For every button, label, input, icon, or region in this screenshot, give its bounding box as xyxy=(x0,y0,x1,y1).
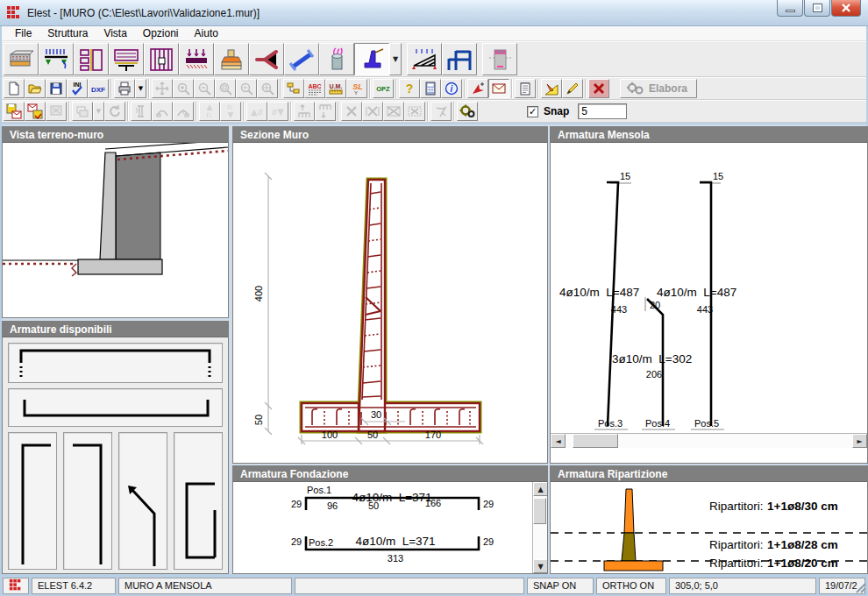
units-button[interactable]: U.M. xyxy=(325,79,346,98)
horizontal-scrollbar[interactable]: ◄ ► xyxy=(551,433,867,448)
scroll-left-button[interactable]: ◄ xyxy=(551,434,566,448)
beam-loads-button[interactable] xyxy=(39,43,74,75)
column-3d-button[interactable] xyxy=(319,43,354,75)
wall-panels-button[interactable] xyxy=(74,43,109,75)
delete-zone-button[interactable] xyxy=(404,102,425,121)
plinth-button[interactable] xyxy=(4,43,39,75)
scroll-right-button[interactable]: ► xyxy=(852,434,867,448)
minimize-button[interactable] xyxy=(777,0,803,17)
stamp-button[interactable] xyxy=(46,102,67,121)
tree-button[interactable] xyxy=(283,79,304,98)
menu-opzioni[interactable]: Opzioni xyxy=(135,26,187,40)
truss-button[interactable] xyxy=(407,43,442,75)
spacing-down-button[interactable] xyxy=(315,102,336,121)
slab-panel-button[interactable] xyxy=(109,43,144,75)
delete-row-button[interactable] xyxy=(362,102,383,121)
copy-print-button[interactable] xyxy=(72,102,93,121)
inclined-beam-button[interactable] xyxy=(284,43,319,75)
rebar-shape-c[interactable] xyxy=(174,432,223,570)
delete-grid-button[interactable] xyxy=(383,102,404,121)
refresh-button[interactable] xyxy=(104,102,125,121)
ini-button[interactable]: INI xyxy=(67,79,88,98)
bar-count-up-button[interactable]: ▲n. xyxy=(199,102,220,121)
menu-file[interactable]: File xyxy=(7,26,39,40)
rebar-shape-u-bottom[interactable] xyxy=(8,388,223,427)
rebar-shape-bent[interactable] xyxy=(118,432,167,570)
zoom-in-button[interactable] xyxy=(173,79,194,98)
pencil-button[interactable] xyxy=(562,79,583,98)
diameter-up-button[interactable]: ▲ø xyxy=(246,102,267,121)
retaining-wall-dropdown[interactable]: ▼ xyxy=(389,43,402,75)
copy-print-dropdown[interactable]: ▼ xyxy=(93,102,104,121)
red-pointer-icon xyxy=(471,82,485,96)
rebar-shape-l-right[interactable] xyxy=(8,432,57,570)
scroll-down-button[interactable]: ▼ xyxy=(533,559,547,573)
notepad-button[interactable] xyxy=(515,79,536,98)
foundation-rebar-view[interactable]: Pos.1 29 29 96 50 166 Pos.2 29 29 313 4ø… xyxy=(233,482,547,573)
gears-button[interactable] xyxy=(457,102,478,121)
scrollbar-thumb[interactable] xyxy=(533,498,546,524)
scrollbar-thumb[interactable] xyxy=(573,434,618,448)
retaining-wall-button[interactable] xyxy=(354,43,389,75)
distribution-rebar-view[interactable]: Ripartitori: 1+1ø8/30 cm Ripartitori: 1+… xyxy=(551,482,867,573)
scrollbar-track[interactable] xyxy=(533,496,547,559)
node-fork-button[interactable] xyxy=(249,43,284,75)
menu-struttura[interactable]: Struttura xyxy=(39,26,96,40)
status-snap[interactable]: SNAP ON xyxy=(527,578,594,594)
column-section-button[interactable] xyxy=(482,43,517,75)
rebar-shape-top-hooks[interactable] xyxy=(8,343,223,383)
restore-button[interactable] xyxy=(804,0,830,17)
sl-button[interactable]: SLY xyxy=(346,79,367,98)
elabora-button[interactable]: Elabora xyxy=(620,79,697,98)
arch-left-button[interactable] xyxy=(152,102,173,121)
rebar-shape-l-left[interactable] xyxy=(63,432,112,570)
bar-count-down-button[interactable]: n.▼ xyxy=(220,102,241,121)
send-save-button[interactable] xyxy=(25,102,46,121)
scrollbar-track[interactable] xyxy=(566,434,852,448)
envelope-button[interactable] xyxy=(488,79,509,98)
dxf-button[interactable]: DXF xyxy=(88,79,109,98)
pile-panels-button[interactable] xyxy=(144,43,179,75)
scroll-up-button[interactable]: ▲ xyxy=(533,482,547,496)
print-dropdown[interactable]: ▼ xyxy=(135,79,146,98)
close-button[interactable] xyxy=(831,0,861,17)
vertical-scrollbar[interactable]: ▲ ▼ xyxy=(532,482,547,573)
pan-button[interactable] xyxy=(152,79,173,98)
menu-vista[interactable]: Vista xyxy=(96,26,134,40)
resize-grip[interactable] xyxy=(855,582,867,594)
info-button[interactable]: i xyxy=(441,79,462,98)
calculator-button[interactable] xyxy=(420,79,441,98)
stem-rebar-view[interactable]: 15 20 15 443 206 443 Pos.3 Pos.4 Pos.5 2… xyxy=(551,143,867,448)
footing-button[interactable] xyxy=(214,43,249,75)
pillar-button[interactable] xyxy=(131,102,152,121)
help-button[interactable]: ? xyxy=(399,79,420,98)
opz-button[interactable]: OPZ xyxy=(373,79,394,98)
frame-button[interactable] xyxy=(442,43,477,75)
menu-aiuto[interactable]: Aiuto xyxy=(187,26,226,40)
zoom-previous-button[interactable] xyxy=(236,79,257,98)
snap-checkbox[interactable]: ✓ xyxy=(527,106,538,117)
delete-button[interactable] xyxy=(588,79,609,98)
terrain-wall-view[interactable] xyxy=(3,143,228,317)
save-send-button[interactable] xyxy=(4,102,25,121)
spacing-up-button[interactable] xyxy=(294,102,315,121)
open-button[interactable] xyxy=(25,79,46,98)
zoom-extents-button[interactable] xyxy=(257,79,278,98)
distributed-load-button[interactable] xyxy=(179,43,214,75)
panel-armature-disponibili: Armature disponibili xyxy=(2,321,229,574)
zoom-window-button[interactable] xyxy=(215,79,236,98)
swirl-button[interactable] xyxy=(430,102,452,121)
pencil-triangle-button[interactable] xyxy=(541,79,562,98)
status-ortho[interactable]: ORTHO ON xyxy=(596,578,666,594)
print-button[interactable] xyxy=(114,79,135,98)
new-button[interactable] xyxy=(4,79,25,98)
diameter-down-button[interactable]: ø▼ xyxy=(267,102,288,121)
snap-value-input[interactable] xyxy=(578,103,627,119)
save-button[interactable] xyxy=(46,79,67,98)
arch-right-button[interactable] xyxy=(173,102,194,121)
red-pointer-button[interactable] xyxy=(467,79,488,98)
wall-section-view[interactable]: 400 50 30 100 50 170 xyxy=(233,143,547,463)
abc-table-button[interactable]: ABC xyxy=(304,79,325,98)
delete-bar-button[interactable] xyxy=(341,102,362,121)
zoom-out-button[interactable] xyxy=(194,79,215,98)
